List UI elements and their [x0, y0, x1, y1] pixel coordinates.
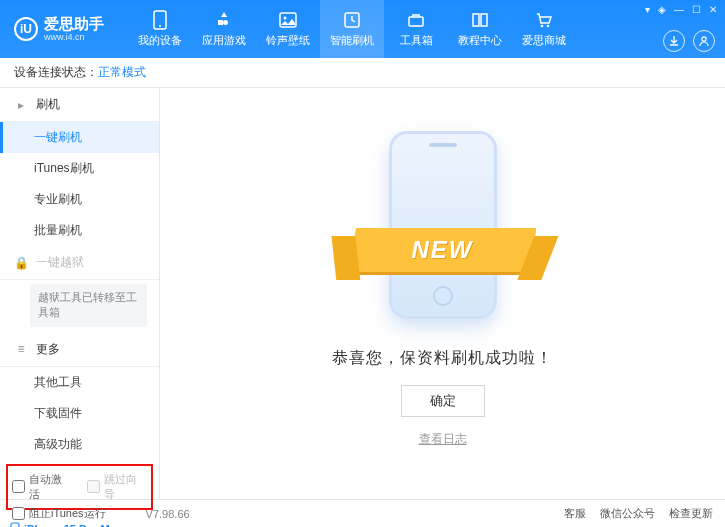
menu-icon[interactable]: ▾: [645, 4, 650, 15]
nav-label: 工具箱: [400, 33, 433, 48]
toolbox-icon: [406, 10, 426, 30]
sidebar-item-other[interactable]: 其他工具: [0, 367, 159, 398]
sidebar-item-batch[interactable]: 批量刷机: [0, 215, 159, 246]
success-message: 恭喜您，保资料刷机成功啦！: [332, 348, 553, 369]
maximize-button[interactable]: ☐: [692, 4, 701, 15]
logo-badge: iU: [14, 17, 38, 41]
view-log-link[interactable]: 查看日志: [419, 431, 467, 448]
status-row: 设备连接状态： 正常模式: [0, 58, 725, 88]
checkbox-skip-guide[interactable]: 跳过向导: [87, 472, 148, 502]
nav-label: 爱思商城: [522, 33, 566, 48]
new-ribbon: NEW: [353, 228, 533, 272]
svg-rect-9: [11, 523, 19, 527]
user-button[interactable]: [693, 30, 715, 52]
flash-icon: [342, 10, 362, 30]
minimize-button[interactable]: —: [674, 4, 684, 15]
checkbox-auto-activate[interactable]: 自动激活: [12, 472, 73, 502]
group-label: 更多: [36, 341, 60, 358]
more-icon: ≡: [14, 342, 28, 356]
nav-store[interactable]: 爱思商城: [512, 0, 576, 58]
checkbox-block-itunes[interactable]: 阻止iTunes运行: [12, 506, 106, 521]
sidebar-item-pro[interactable]: 专业刷机: [0, 184, 159, 215]
sidebar-item-download[interactable]: 下载固件: [0, 398, 159, 429]
book-icon: [470, 10, 490, 30]
apps-icon: [214, 10, 234, 30]
flash-group-icon: ▸: [14, 98, 28, 112]
skin-icon[interactable]: ◈: [658, 4, 666, 15]
cart-icon: [534, 10, 554, 30]
nav-label: 智能刷机: [330, 33, 374, 48]
nav-tutorial[interactable]: 教程中心: [448, 0, 512, 58]
sidebar-item-itunes[interactable]: iTunes刷机: [0, 153, 159, 184]
svg-point-8: [702, 37, 706, 41]
sidebar-group-jailbreak: 🔒 一键越狱: [0, 246, 159, 280]
app-name: 爱思助手: [44, 16, 104, 31]
sidebar-group-flash[interactable]: ▸ 刷机: [0, 88, 159, 122]
status-prefix: 设备连接状态：: [14, 64, 98, 81]
sidebar-item-oneclick[interactable]: 一键刷机: [0, 122, 159, 153]
nav-apps[interactable]: 应用游戏: [192, 0, 256, 58]
nav-flash[interactable]: 智能刷机: [320, 0, 384, 58]
sidebar-options-box: 自动激活 跳过向导: [6, 464, 153, 510]
app-logo: iU 爱思助手 www.i4.cn: [8, 16, 104, 42]
header-actions: [663, 30, 715, 52]
ok-button[interactable]: 确定: [401, 385, 485, 417]
sidebar-item-advanced[interactable]: 高级功能: [0, 429, 159, 460]
status-mode: 正常模式: [98, 64, 146, 81]
download-button[interactable]: [663, 30, 685, 52]
phone-icon: [10, 522, 20, 527]
svg-rect-5: [409, 17, 423, 26]
nav-label: 教程中心: [458, 33, 502, 48]
nav-ringtone[interactable]: 铃声壁纸: [256, 0, 320, 58]
footer-wechat[interactable]: 微信公众号: [600, 506, 655, 521]
main-nav: 我的设备 应用游戏 铃声壁纸 智能刷机 工具箱 教程中心 爱思商城: [128, 0, 576, 58]
version-label: V7.98.66: [146, 508, 190, 520]
svg-point-7: [547, 25, 550, 28]
success-illustration: NEW: [357, 120, 529, 330]
group-label: 一键越狱: [36, 254, 84, 271]
group-label: 刷机: [36, 96, 60, 113]
phone-graphic: [389, 131, 497, 319]
nav-label: 应用游戏: [202, 33, 246, 48]
nav-my-device[interactable]: 我的设备: [128, 0, 192, 58]
main-content: NEW 恭喜您，保资料刷机成功啦！ 确定 查看日志: [160, 88, 725, 499]
titlebar: iU 爱思助手 www.i4.cn 我的设备 应用游戏 铃声壁纸 智能刷机 工具…: [0, 0, 725, 58]
app-url: www.i4.cn: [44, 33, 104, 42]
image-icon: [278, 10, 298, 30]
nav-toolbox[interactable]: 工具箱: [384, 0, 448, 58]
lock-icon: 🔒: [14, 256, 28, 270]
sidebar: ▸ 刷机 一键刷机 iTunes刷机 专业刷机 批量刷机 🔒 一键越狱 越狱工具…: [0, 88, 160, 499]
footer-support[interactable]: 客服: [564, 506, 586, 521]
window-controls: ▾ ◈ — ☐ ✕: [645, 4, 717, 15]
nav-label: 我的设备: [138, 33, 182, 48]
device-name[interactable]: iPhone 15 Pro Max: [10, 522, 149, 527]
phone-icon: [150, 10, 170, 30]
jailbreak-note: 越狱工具已转移至工具箱: [30, 284, 147, 327]
svg-point-1: [159, 25, 161, 27]
sidebar-group-more[interactable]: ≡ 更多: [0, 333, 159, 367]
close-button[interactable]: ✕: [709, 4, 717, 15]
svg-point-6: [541, 25, 544, 28]
nav-label: 铃声壁纸: [266, 33, 310, 48]
footer-update[interactable]: 检查更新: [669, 506, 713, 521]
svg-point-3: [284, 17, 287, 20]
